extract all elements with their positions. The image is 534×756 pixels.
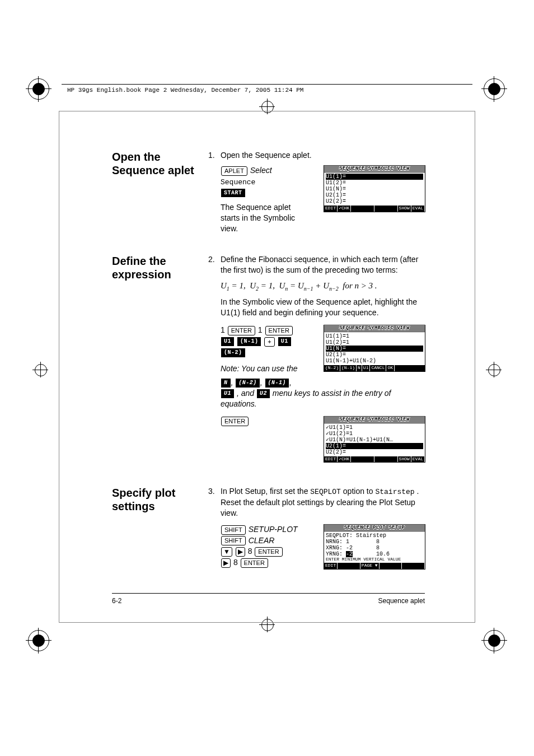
- enter-key: ENTER: [228, 326, 255, 335]
- sequence-menu-label: Sequence: [221, 178, 255, 186]
- menu-item: [402, 563, 425, 569]
- seqplot-label: SEQPLOT: [310, 488, 341, 496]
- select-label: Select: [250, 166, 272, 175]
- page-footer: 6-2 Sequence aplet: [112, 593, 425, 605]
- screenshot-row: U1(N)=: [326, 186, 423, 192]
- menu-item: [374, 456, 398, 463]
- n-minus-1-softkey: (N-1): [237, 337, 261, 346]
- u1-softkey: U1: [221, 337, 234, 346]
- step-number: 1.: [208, 150, 221, 234]
- calculator-screenshot: SEQUENCE SYMBOLIC VIEW U1(1)=1 U1(2)=1 U…: [324, 325, 425, 372]
- u2-softkey: U2: [257, 389, 270, 398]
- shift-key: SHIFT: [221, 536, 246, 545]
- screenshot-row: ✓U1(2)=1: [326, 431, 423, 437]
- u1-softkey: U1: [221, 389, 234, 398]
- screenshot-row: ENTER MINIMUM VERTICAL VALUE: [326, 557, 423, 562]
- note-text: , and: [237, 389, 256, 398]
- screenshot-row: U2(1)=: [326, 352, 423, 358]
- aplet-key: APLET: [221, 166, 247, 176]
- calculator-screenshot: SEQUENCE SYMBOLIC VIEW U1(1)= U1(2)= U1(…: [324, 165, 425, 212]
- registration-mark-icon: [484, 630, 506, 652]
- paragraph: In the Symbolic view of the Sequence apl…: [221, 297, 425, 318]
- menu-item: N: [357, 365, 362, 371]
- section-title: Define the expression: [112, 254, 208, 470]
- section-title: Specify plot settings: [112, 486, 208, 577]
- menu-item: SHOW: [398, 456, 411, 463]
- screenshot-title: SEQUENCE SYMBOLIC VIEW: [324, 166, 425, 172]
- screenshot-row: U1(N-1)+U1(N-2): [326, 358, 423, 364]
- screenshot-row: U2(1)=: [326, 443, 423, 449]
- menu-item: [380, 563, 402, 569]
- screenshot-menu: (N-2) (N-1) N U1 CANCL OK: [324, 365, 425, 371]
- menu-item: (N-1): [340, 365, 357, 371]
- screenshot-row: U2(1)=: [326, 192, 423, 198]
- screenshot-menu: EDIT PAGE ▼: [324, 563, 425, 569]
- menu-item: EDIT: [324, 563, 338, 569]
- registration-mark-icon: [28, 630, 50, 652]
- screenshot-row: XRNG: -2 8: [326, 545, 423, 551]
- step-text: option to: [343, 487, 376, 496]
- screenshot-row: U1(1)=: [326, 174, 423, 180]
- menu-item: [351, 456, 374, 463]
- n-minus-2-softkey: (N-2): [236, 379, 260, 388]
- screenshot-row: YRNG: -2 10.6: [326, 551, 423, 557]
- menu-item: EVAL: [411, 456, 425, 463]
- digit-1: 1: [221, 325, 225, 334]
- step-text: In Plot Setup, first set the: [221, 487, 310, 496]
- plus-key: +: [264, 337, 274, 347]
- shift-key: SHIFT: [221, 525, 246, 535]
- calculator-screenshot: SEQUENCE PLOT SETUP SEQPLOT: Stairstep N…: [324, 524, 425, 570]
- n-minus-2-softkey: (N-2): [221, 348, 245, 357]
- registration-mark-icon: [35, 364, 46, 375]
- menu-item: U1: [362, 365, 371, 371]
- digit-8: 8: [233, 558, 238, 567]
- menu-item: ✓CHK: [338, 456, 351, 463]
- n-softkey: N: [221, 379, 231, 388]
- section-title: Open the Sequence aplet: [112, 150, 208, 239]
- step-number: 3.: [208, 486, 221, 573]
- screenshot-row: U1(N)=: [326, 346, 423, 352]
- registration-mark-icon: [488, 364, 499, 375]
- page-number: 6-2: [112, 597, 121, 605]
- menu-item: ✓CHK: [338, 206, 351, 212]
- chapter-name: Sequence aplet: [378, 597, 425, 605]
- enter-key: ENTER: [265, 326, 293, 335]
- u1-softkey: U1: [278, 337, 291, 346]
- enter-key: ENTER: [241, 558, 268, 568]
- screenshot-row: ✓U1(N)=U1(N-1)+U1(N…: [326, 437, 423, 443]
- menu-item: SHOW: [398, 206, 411, 212]
- enter-key: ENTER: [255, 547, 282, 557]
- menu-item: [374, 206, 398, 212]
- header-book-info: HP 39gs English.book Page 2 Wednesday, D…: [67, 87, 303, 94]
- screenshot-title: SEQUENCE SYMBOLIC VIEW: [324, 417, 425, 423]
- screenshot-row: U1(2)=: [326, 180, 423, 186]
- screenshot-row: ✓U1(1)=1: [326, 424, 423, 431]
- registration-mark-icon: [484, 78, 506, 101]
- note-continued: N, (N-2), (N-1), U1 , and U2 menu keys t…: [221, 377, 425, 409]
- stairstep-label: Stairstep: [375, 488, 414, 496]
- screenshot-row: U1(1)=1: [326, 333, 423, 339]
- menu-item: PAGE ▼: [360, 563, 380, 569]
- clear-label: CLEAR: [249, 536, 275, 545]
- digit-8: 8: [248, 547, 252, 556]
- menu-item: [351, 206, 374, 212]
- screenshot-row: U2(2)=: [326, 449, 423, 455]
- digit-1: 1: [258, 325, 263, 334]
- header-rule: [62, 84, 472, 85]
- setup-plot-label: SETUP-PLOT: [249, 525, 298, 534]
- section-define-expression: Define the expression 2. Define the Fibo…: [112, 254, 425, 470]
- screenshot-title: SEQUENCE PLOT SETUP: [324, 525, 425, 531]
- screenshot-row: NRNG: 1 8: [326, 539, 423, 545]
- start-softkey: START: [221, 189, 245, 198]
- section-open-aplet: Open the Sequence aplet 1. Open the Sequ…: [112, 150, 425, 239]
- registration-mark-icon: [261, 101, 273, 112]
- screenshot-row: SEQPLOT: Stairstep: [326, 533, 423, 539]
- screenshot-row: U2(2)=: [326, 198, 423, 204]
- screenshot-row: U1(2)=1: [326, 339, 423, 346]
- step-number: 2.: [208, 254, 221, 466]
- menu-item: EDIT: [324, 456, 338, 463]
- right-arrow-key: ▶: [236, 547, 245, 557]
- screenshot-menu: EDIT ✓CHK SHOW EVAL: [324, 206, 425, 212]
- menu-item: CANCL: [370, 365, 386, 371]
- description: The Sequence aplet starts in the Symboli…: [221, 202, 305, 234]
